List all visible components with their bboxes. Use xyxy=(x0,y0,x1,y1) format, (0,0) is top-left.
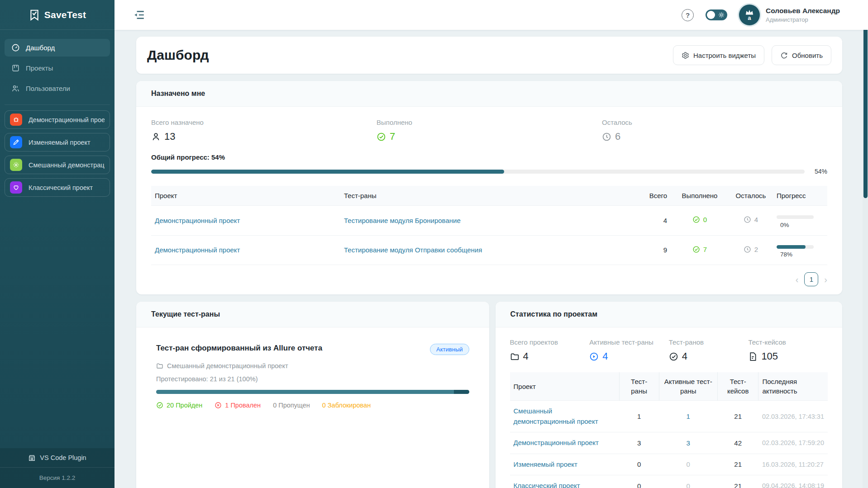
store-icon xyxy=(28,454,36,462)
clock-icon xyxy=(744,216,751,223)
project-link[interactable]: Демонстрационный проект xyxy=(514,439,599,446)
vscode-plugin-link[interactable]: VS Code Plugin xyxy=(0,448,114,467)
stat-completed: Выполнено 7 xyxy=(377,118,602,142)
table-row: Демонстрационный проект Тестирование мод… xyxy=(151,206,827,236)
project-link[interactable]: Смешанный демонстрационный проект xyxy=(514,407,598,425)
stat-remaining: Осталось 6 xyxy=(602,118,827,142)
project-stats-row: Всего проектов 4 Активные тест-раны 4 xyxy=(510,338,828,362)
overall-progress: 54% xyxy=(151,168,827,175)
sidebar-project-demo[interactable]: Демонстрационный проект xyxy=(5,110,110,129)
theme-toggle[interactable] xyxy=(706,9,727,20)
user-menu[interactable]: a Соловьев Александр Администратор xyxy=(739,5,840,25)
fail-circle-icon xyxy=(215,402,222,409)
sidebar-nav: Дашборд Проекты Пользователи xyxy=(0,30,114,104)
check-circle-icon xyxy=(669,352,678,361)
play-circle-icon xyxy=(589,352,599,361)
check-circle-icon xyxy=(692,216,700,223)
avatar-letter: a xyxy=(748,15,751,20)
project-link[interactable]: Изменяемый проект xyxy=(514,460,577,468)
scrollbar-thumb[interactable] xyxy=(863,26,868,198)
row-progress-bar xyxy=(777,245,814,249)
check-circle-icon xyxy=(156,402,163,409)
user-icon xyxy=(151,132,161,142)
status-badge: Активный xyxy=(430,344,469,355)
sidebar-item-label: Проекты xyxy=(26,64,53,72)
topbar: ? a Соловьев Александр Администратор xyxy=(114,0,868,30)
sidebar-item-label: Пользователи xyxy=(26,85,70,92)
app-name: SaveTest xyxy=(44,9,86,20)
current-runs-card-title: Текущие тест-раны xyxy=(136,302,489,327)
stat-total-assigned: Всего назначено 13 xyxy=(151,118,377,142)
collapse-sidebar-button[interactable] xyxy=(134,9,145,21)
sidebar-project-editable[interactable]: Изменяемый проект xyxy=(5,133,110,152)
chevron-left-icon[interactable]: ‹ xyxy=(796,275,799,284)
configure-widgets-button[interactable]: Настроить виджеты xyxy=(673,45,764,65)
folder-icon xyxy=(510,352,520,361)
sidebar-item-users[interactable]: Пользователи xyxy=(5,80,110,97)
app-version: Версия 1.2.2 xyxy=(0,467,114,488)
configure-widgets-label: Настроить виджеты xyxy=(693,52,756,59)
stat-active-runs: Активные тест-раны 4 xyxy=(589,338,669,362)
heart-icon xyxy=(10,181,22,194)
refresh-icon xyxy=(780,52,788,59)
sidebar-project-label: Классический проект xyxy=(29,184,93,191)
clock-icon xyxy=(602,132,611,142)
sidebar-project-label: Смешанный демонстраци... xyxy=(29,161,105,169)
clock-icon xyxy=(744,246,751,253)
stat-total-projects: Всего проектов 4 xyxy=(510,338,590,362)
pen-icon xyxy=(10,136,22,148)
page-title: Дашборд xyxy=(147,47,209,63)
sidebar-item-projects[interactable]: Проекты xyxy=(5,59,110,77)
sidebar-project-label: Демонстрационный проект xyxy=(29,116,105,123)
refresh-button[interactable]: Обновить xyxy=(772,45,831,65)
topbar-right: ? a Соловьев Александр Администратор xyxy=(682,5,840,25)
project-stats-card-title: Статистика по проектам xyxy=(496,302,842,327)
assigned-pagination: ‹ 1 › xyxy=(151,272,827,286)
test-run-name[interactable]: Тест-ран сформированный из Allure отчета xyxy=(156,344,322,353)
project-stats-table: Проект Тест-раны Активные тест-раны Тест… xyxy=(510,372,828,488)
sidebar-project-label: Изменяемый проект xyxy=(29,139,91,146)
run-progress-bar xyxy=(156,390,469,394)
vscode-plugin-label: VS Code Plugin xyxy=(40,454,86,461)
toggle-knob xyxy=(707,11,715,19)
user-role: Администратор xyxy=(766,16,840,23)
test-run-link[interactable]: Тестирование модуля Отправки сообщения xyxy=(344,246,482,254)
assigned-stats: Всего назначено 13 Выполнено 7 xyxy=(151,118,827,142)
check-circle-icon xyxy=(377,132,386,142)
sidebar-item-dashboard[interactable]: Дашборд xyxy=(5,39,110,57)
sidebar: SaveTest Дашборд Проекты Пользователи Де… xyxy=(0,0,114,488)
chevron-right-icon[interactable]: › xyxy=(824,275,827,284)
folder-icon xyxy=(156,362,163,370)
scrollbar[interactable] xyxy=(863,0,868,488)
project-link[interactable]: Демонстрационный проект xyxy=(155,217,240,224)
assigned-card-body: Всего назначено 13 Выполнено 7 xyxy=(136,107,842,294)
overall-progress-bar xyxy=(151,170,805,174)
sun-icon xyxy=(718,12,725,18)
assigned-table: Проект Тест-раны Всего Выполнено Осталос… xyxy=(151,186,827,265)
sidebar-footer: VS Code Plugin Версия 1.2.2 xyxy=(0,448,114,488)
page-number-button[interactable]: 1 xyxy=(804,272,818,286)
app-logo[interactable]: SaveTest xyxy=(0,0,114,30)
help-icon[interactable]: ? xyxy=(682,9,694,21)
assigned-card-title: Назначено мне xyxy=(136,81,842,107)
sidebar-item-label: Дашборд xyxy=(26,44,55,52)
settings-gear-icon xyxy=(682,52,689,59)
projects-icon xyxy=(11,64,20,72)
overall-progress-percent: 54% xyxy=(811,168,827,175)
project-stats-body: Всего проектов 4 Активные тест-раны 4 xyxy=(496,327,842,488)
gear-icon xyxy=(10,159,22,171)
logo-icon xyxy=(29,9,40,21)
page-content: Дашборд Настроить виджеты Обновить Назна… xyxy=(114,30,868,488)
assigned-table-header-row: Проект Тест-раны Всего Выполнено Осталос… xyxy=(151,186,827,206)
row-progress-bar xyxy=(777,215,814,219)
sidebar-project-classic[interactable]: Классический проект xyxy=(5,178,110,197)
project-link[interactable]: Демонстрационный проект xyxy=(155,246,240,254)
bottom-row: Текущие тест-раны Тест-ран сформированны… xyxy=(136,302,842,488)
run-tested-label: Протестировано: 21 из 21 (100%) xyxy=(156,375,469,383)
test-run-link[interactable]: Тестирование модуля Бронирование xyxy=(344,217,461,224)
sidebar-project-mixed[interactable]: Смешанный демонстраци... xyxy=(5,156,110,174)
sidebar-project-list: Демонстрационный проект Изменяемый проек… xyxy=(5,104,110,197)
project-link[interactable]: Классический проект xyxy=(514,482,580,488)
check-circle-icon xyxy=(692,246,700,253)
stat-test-runs: Тест-ранов 4 xyxy=(669,338,749,362)
